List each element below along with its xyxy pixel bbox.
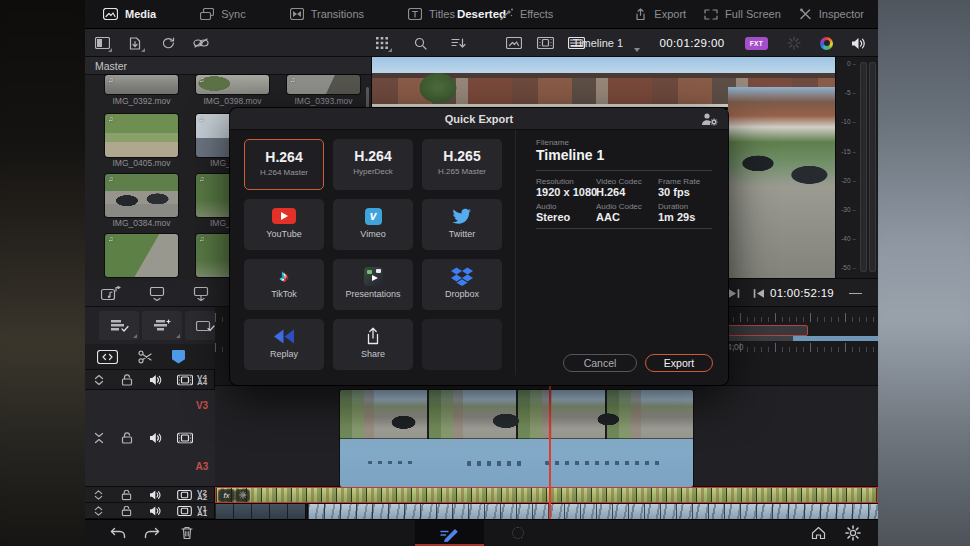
- export-button[interactable]: Export: [634, 8, 686, 21]
- preset-twitter[interactable]: Twitter: [422, 199, 502, 250]
- timeline-clip-audio[interactable]: [340, 439, 693, 487]
- dialog-header[interactable]: Quick Export: [230, 108, 728, 130]
- account-settings-icon[interactable]: [701, 112, 718, 126]
- track-collapse-icon[interactable]: [93, 432, 105, 444]
- tab-label: Transitions: [311, 8, 364, 20]
- track-header-v1-a1[interactable]: V1A1: [85, 503, 215, 519]
- media-clip-thumbnail[interactable]: [287, 75, 360, 94]
- settings-gear-icon[interactable]: [845, 525, 861, 541]
- lock-icon[interactable]: [121, 505, 132, 516]
- mute-speaker-icon[interactable]: [149, 489, 162, 500]
- first-frame-icon[interactable]: [752, 288, 765, 299]
- sort-icon[interactable]: [449, 34, 467, 52]
- last-frame-icon[interactable]: [728, 288, 741, 299]
- sidebar-toggle-icon[interactable]: [93, 34, 111, 52]
- clip-name: IMG_0398.mov: [196, 96, 269, 106]
- tab-media[interactable]: Media: [103, 8, 156, 20]
- bins-grid-icon[interactable]: [373, 34, 391, 52]
- track-resize-icon[interactable]: [93, 489, 104, 500]
- timeline-clip-v1-b[interactable]: [308, 504, 878, 519]
- inspector-icon: [799, 8, 812, 20]
- relink-icon[interactable]: [192, 34, 210, 52]
- preset-vimeo[interactable]: Vimeo: [333, 199, 413, 250]
- marker-flag-icon[interactable]: [172, 350, 185, 364]
- dialog-title: Quick Export: [445, 113, 513, 125]
- timeline-selector[interactable]: Timeline 1: [538, 29, 658, 57]
- tools-dimmed-icon[interactable]: [785, 34, 803, 52]
- track-resize-icon[interactable]: [93, 374, 105, 386]
- field-value: AAC: [596, 211, 620, 223]
- search-icon[interactable]: [411, 34, 429, 52]
- trim-mode-icon[interactable]: [97, 350, 118, 364]
- preset-tiktok[interactable]: TikTok: [244, 259, 324, 310]
- import-media-icon[interactable]: [126, 34, 144, 52]
- timeline-view-options: [85, 307, 230, 344]
- preset-empty[interactable]: [422, 319, 502, 370]
- media-clip-thumbnail[interactable]: [105, 174, 178, 217]
- media-clip-thumbnail[interactable]: [105, 114, 178, 157]
- append-icon[interactable]: [193, 287, 209, 301]
- mute-speaker-icon[interactable]: [149, 374, 163, 386]
- enable-track-icon[interactable]: [177, 506, 192, 516]
- tab-transitions[interactable]: Transitions: [290, 8, 364, 20]
- playhead-timecode: 01:00:52:19: [767, 279, 837, 308]
- tab-titles[interactable]: Titles: [408, 8, 455, 20]
- color-wheel-icon[interactable]: [820, 37, 833, 50]
- split-scissors-icon[interactable]: [138, 350, 152, 364]
- export-button-dialog[interactable]: Export: [645, 354, 713, 372]
- resync-icon[interactable]: [159, 34, 177, 52]
- preset-presentations[interactable]: Presentations: [333, 259, 413, 310]
- preset-youtube[interactable]: YouTube: [244, 199, 324, 250]
- enable-track-icon[interactable]: [177, 490, 192, 500]
- cut-page-button[interactable]: [415, 520, 484, 546]
- bin-title[interactable]: Master: [85, 57, 371, 75]
- effects-icon: [499, 8, 513, 21]
- mute-speaker-icon[interactable]: [149, 505, 162, 516]
- color-page-button[interactable]: [512, 527, 524, 539]
- timeline-clip-v1-a[interactable]: [215, 504, 305, 519]
- cut-page-icon: [439, 526, 461, 542]
- tab-sync[interactable]: Sync: [200, 8, 245, 20]
- redo-icon[interactable]: [144, 527, 160, 539]
- preset-replay[interactable]: Replay: [244, 319, 324, 370]
- preset-hyperdeck[interactable]: H.264 HyperDeck: [333, 139, 413, 190]
- enable-track-icon[interactable]: [177, 433, 193, 444]
- speaker-icon[interactable]: [850, 34, 868, 52]
- preset-label: Vimeo: [333, 229, 413, 239]
- timeline-clip-video[interactable]: [340, 390, 693, 439]
- track-header-v4-a4[interactable]: V4A4: [85, 370, 215, 390]
- delete-trash-icon[interactable]: [181, 526, 193, 540]
- lock-icon[interactable]: [121, 432, 133, 444]
- smart-insert-icon[interactable]: [101, 286, 121, 301]
- preset-share[interactable]: Share: [333, 319, 413, 370]
- inspector-button[interactable]: Inspector: [799, 8, 864, 20]
- toolbar: Timeline 1 00:01:29:00 FXT: [85, 29, 878, 57]
- mute-speaker-icon[interactable]: [149, 432, 163, 444]
- media-clip-thumbnail[interactable]: [196, 75, 269, 94]
- view-thumbnail-icon[interactable]: [505, 34, 523, 52]
- home-icon[interactable]: [811, 527, 826, 540]
- track-resize-icon[interactable]: [93, 505, 104, 516]
- track-header-v2-a2[interactable]: V2A2: [85, 487, 215, 503]
- media-clip-thumbnail[interactable]: [105, 75, 178, 94]
- summary-divider: [536, 170, 712, 171]
- preset-dropbox[interactable]: Dropbox: [422, 259, 502, 310]
- field-value: H.264: [596, 186, 625, 198]
- place-on-top-icon[interactable]: [149, 287, 165, 301]
- track-header-v3-a3[interactable]: V3 A3: [85, 390, 215, 487]
- timeline-option-levels-icon[interactable]: [142, 311, 182, 340]
- tab-effects[interactable]: Effects: [499, 8, 553, 21]
- lock-icon[interactable]: [121, 374, 133, 386]
- lock-icon[interactable]: [121, 489, 132, 500]
- fxt-badge[interactable]: FXT: [745, 37, 768, 50]
- preset-h264-master[interactable]: H.264 H.264 Master: [244, 139, 324, 190]
- fullscreen-button[interactable]: Full Screen: [704, 8, 781, 20]
- preset-h265-master[interactable]: H.265 H.265 Master: [422, 139, 502, 190]
- button-label: Inspector: [819, 8, 864, 20]
- media-clip-thumbnail[interactable]: [105, 234, 178, 277]
- cancel-button[interactable]: Cancel: [563, 354, 637, 372]
- timeline-option-sync-icon[interactable]: [99, 311, 139, 340]
- timeline-clip-v2-selected[interactable]: fx: [215, 487, 878, 503]
- audio-meter: 0-5 -10-15 -20-30 -40-50: [835, 57, 878, 278]
- undo-icon[interactable]: [110, 527, 126, 539]
